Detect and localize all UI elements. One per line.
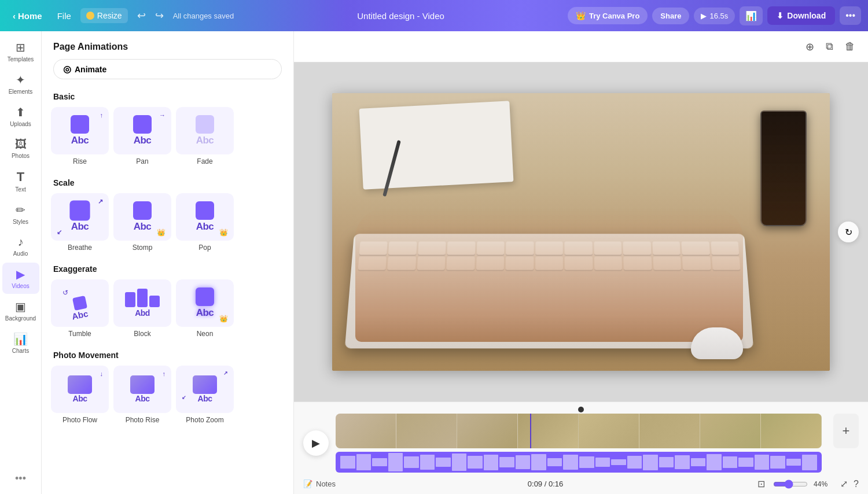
notes-label: Notes [316,480,336,488]
mouse [691,327,743,359]
try-pro-button[interactable]: 👑 Try Canva Pro [568,7,648,24]
hands-overlay [355,209,743,342]
pan-abc: Abc [134,135,152,146]
tumble-rotate-icon: ↺ [62,289,68,297]
stomp-abc: Abc [134,221,152,233]
neon-pro-badge: 👑 [219,315,228,323]
sidebar-label-elements: Elements [9,89,33,95]
photo-rise-img [130,375,155,394]
home-button[interactable]: ‹ Home [7,9,48,23]
pop-label: Pop [198,244,211,252]
playhead-dot [578,407,584,412]
sidebar-label-audio: Audio [13,250,28,257]
block-bar2 [137,289,148,307]
text-icon: T [17,169,24,185]
block-label: Block [134,330,150,338]
file-menu[interactable]: File [52,9,77,23]
basic-animations-grid: ↑ Abc Rise → Abc Pan [42,107,293,175]
sidebar-item-text[interactable]: T Text [2,165,39,197]
more-options-button[interactable]: ••• [840,6,861,25]
more-tools-button[interactable]: ••• [10,468,31,489]
sidebar-item-charts[interactable]: 📊 Charts [2,327,39,359]
block-thumb: Abd [113,279,171,327]
frame-4 [518,414,579,448]
breathe-abc: Abc [71,221,89,233]
stomp-thumb: Abc 👑 [113,193,171,241]
notes-button[interactable]: 📝 Notes [303,480,336,488]
sidebar-item-videos[interactable]: ▶ Videos [2,263,39,294]
sidebar-item-templates[interactable]: ⊞ Templates [2,36,39,67]
video-track[interactable] [336,414,822,448]
animation-photo-zoom[interactable]: ↗ ↙ Abc Photo Zoom [176,366,234,424]
animation-stomp[interactable]: Abc 👑 Stomp [113,193,171,252]
photo-movement-grid: ↓ Abc Photo Flow ↑ Abc Photo Rise [42,366,293,433]
animation-pan[interactable]: → Abc Pan [113,107,171,165]
zoom-slider[interactable] [773,480,808,489]
delete-page-button[interactable]: 🗑 [841,37,859,56]
play-icon: ▶ [701,12,707,20]
stomp-pro-badge: 👑 [157,228,165,237]
canvas-frame[interactable] [332,93,830,371]
analytics-button[interactable]: 📊 [740,6,763,25]
pan-arrow: → [159,112,165,119]
animation-photo-flow[interactable]: ↓ Abc Photo Flow [51,366,109,424]
rise-arrow: ↑ [100,112,104,119]
sidebar-item-photos[interactable]: 🖼 Photos [2,133,39,164]
play-button[interactable]: ▶ [303,430,329,456]
playhead-indicator [294,407,868,412]
sidebar-item-background[interactable]: ▣ Background [2,295,39,326]
animation-tumble[interactable]: ↺ Abc Tumble [51,279,109,338]
scale-animations-grid: ↗ ↙ Abc Breathe Abc 👑 Stomp [42,193,293,261]
timeline-help-button[interactable]: ? [854,479,859,489]
rise-square [71,115,89,134]
breathe-arrow-bl: ↙ [57,228,62,236]
crown-icon: 👑 [576,11,586,20]
notebook [359,101,514,189]
expand-timeline-button[interactable]: ⤢ [840,478,848,489]
photos-icon: 🖼 [15,138,27,151]
sidebar-item-styles[interactable]: ✏ Styles [2,198,39,230]
audio-track[interactable] [336,452,822,473]
fade-abc: Abc [196,135,214,146]
sidebar-item-uploads[interactable]: ⬆ Uploads [2,101,39,132]
photo-flow-thumb: ↓ Abc [51,366,109,413]
add-to-page-button[interactable]: ⊕ [802,37,818,57]
animation-breathe[interactable]: ↗ ↙ Abc Breathe [51,193,109,252]
timeline-bottom: 📝 Notes 0:09 / 0:16 ⊡ 44% ⤢ ? [294,474,868,494]
resize-button[interactable]: Resize [80,8,128,23]
timer-button[interactable]: ▶ 16.5s [694,8,735,24]
pan-thumb: → Abc [113,107,171,154]
exaggerate-animations-grid: ↺ Abc Tumble [42,279,293,347]
copy-page-button[interactable]: ⧉ [822,37,837,56]
sidebar-item-elements[interactable]: ✦ Elements [2,68,39,99]
sidebar: ⊞ Templates ✦ Elements ⬆ Uploads 🖼 Photo… [0,31,42,494]
animate-button[interactable]: ◎ Animate [53,59,282,79]
animation-rise[interactable]: ↑ Abc Rise [51,107,109,165]
share-button[interactable]: Share [652,8,689,24]
add-clip-button[interactable]: + [833,414,859,448]
animation-neon[interactable]: Abc 👑 Neon [176,279,234,338]
animation-block[interactable]: Abd Block [113,279,171,338]
refresh-button[interactable]: ↻ [838,222,859,242]
undo-button[interactable]: ↩ [134,7,149,24]
download-button[interactable]: ⬇ Download [767,6,835,25]
redo-button[interactable]: ↪ [152,7,167,24]
timeline-right-controls: ⊡ 44% ⤢ ? [755,476,859,492]
fit-to-screen-button[interactable]: ⊡ [755,476,767,492]
animation-photo-rise[interactable]: ↑ Abc Photo Rise [113,366,171,424]
main-content: ⊕ ⧉ 🗑 [294,31,868,494]
tracks-container [336,414,822,473]
notes-icon: 📝 [303,480,312,488]
frame-2 [396,414,457,448]
sidebar-label-videos: Videos [12,283,29,289]
pan-square [133,115,152,134]
animation-fade[interactable]: Abc Fade [176,107,234,165]
sidebar-item-audio[interactable]: ♪ Audio [2,231,39,261]
photo-rise-abc: Abc [135,394,150,403]
photo-flow-arrow: ↓ [100,370,104,377]
audio-track-row [336,452,822,473]
photo-zoom-thumb: ↗ ↙ Abc [176,366,234,413]
photo-rise-arrow: ↑ [163,370,166,377]
topnav: ‹ Home File Resize ↩ ↪ All changes saved… [0,0,868,31]
animation-pop[interactable]: Abc 👑 Pop [176,193,234,252]
